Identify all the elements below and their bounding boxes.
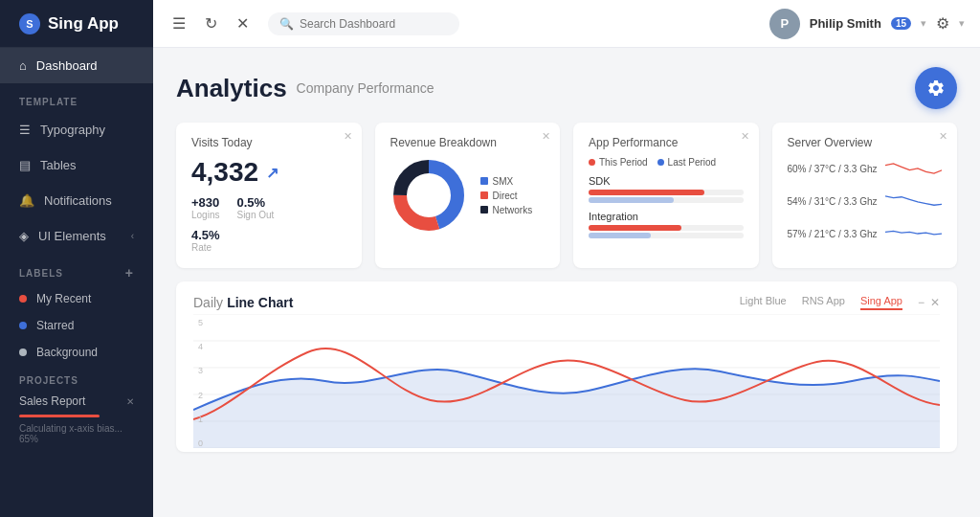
topbar-right: P Philip Smith 15 ▾ ⚙ ▾ (769, 9, 965, 39)
label-dot-my-recent (19, 295, 27, 303)
typography-icon: ☰ (19, 123, 31, 137)
tab-sing-app[interactable]: Sing App (860, 295, 902, 310)
server-line-2 (885, 190, 942, 213)
y-axis-labels: 5 4 3 2 1 0 (193, 314, 203, 452)
donut-chart (390, 157, 467, 234)
chart-header: Daily Line Chart Light Blue RNS App Sing… (193, 295, 940, 310)
label-background[interactable]: Background (0, 339, 153, 366)
legend-networks: Networks (480, 205, 533, 215)
search-input[interactable] (300, 17, 434, 31)
legend-smx: SMX (480, 176, 533, 187)
chart-tabs: Light Blue RNS App Sing App (740, 295, 902, 310)
chart-close-icon[interactable]: ✕ (930, 296, 940, 309)
y-label-0: 0 (193, 438, 203, 448)
revenue-breakdown-card: ✕ Revenue Breakdown (375, 123, 561, 268)
sidebar-item-label: Dashboard (36, 58, 98, 73)
sidebar-item-tables[interactable]: ▤ Tables (0, 147, 153, 183)
logo-icon: S (19, 13, 40, 34)
project-status-text: Calculating x-axis bias... 65% (0, 423, 153, 446)
visits-today-value: 4,332 ↗ (191, 157, 346, 188)
fab-button[interactable] (915, 67, 957, 109)
user-dropdown-chevron[interactable]: ▾ (921, 17, 926, 30)
home-icon: ⌂ (19, 58, 27, 73)
label-text: Background (36, 346, 98, 359)
donut-legend: SMX Direct Networks (480, 176, 533, 215)
search-box[interactable]: 🔍 (268, 12, 459, 35)
donut-wrap: SMX Direct Networks (390, 157, 546, 234)
project-name: Sales Report (19, 394, 85, 408)
last-period-dot (657, 159, 664, 166)
legend-dot-networks (480, 206, 488, 214)
sidebar-item-ui-elements[interactable]: ◈ UI Elements ‹ (0, 218, 153, 254)
server-overview-card: ✕ Server Overview 60% / 37°C / 3.3 Ghz 5… (772, 123, 958, 268)
server-row-2: 54% / 31°C / 3.3 Ghz (788, 190, 943, 213)
template-section-label: TEMPLATE (0, 83, 153, 112)
close-icon[interactable]: ✕ (233, 11, 253, 36)
visits-stats-row: +830 Logins 0.5% Sign Out (191, 195, 346, 220)
chart-title: Daily (193, 295, 223, 310)
ui-icon: ◈ (19, 229, 29, 243)
add-label-button[interactable]: + (125, 265, 134, 281)
settings-dropdown-chevron[interactable]: ▾ (959, 17, 965, 30)
this-period-dot (589, 159, 595, 166)
legend-dot-smx (480, 177, 488, 185)
project-progress-bar (19, 415, 100, 417)
server-line-3 (885, 222, 942, 245)
sidebar-item-typography[interactable]: ☰ Typography (0, 112, 153, 147)
visits-today-title: Visits Today (191, 136, 346, 149)
settings-icon[interactable]: ⚙ (936, 14, 949, 33)
legend-dot-direct (480, 191, 488, 199)
y-label-5: 5 (193, 318, 203, 327)
page-content: Analytics Company Performance ✕ Visits T… (153, 48, 980, 517)
project-progress-bar-wrap (0, 413, 153, 423)
y-label-3: 3 (193, 366, 203, 375)
main-content: ☰ ↻ ✕ 🔍 P Philip Smith 15 ▾ ⚙ ▾ Analytic… (153, 0, 980, 517)
line-chart-card: Daily Line Chart Light Blue RNS App Sing… (176, 281, 957, 452)
tables-icon: ▤ (19, 158, 31, 172)
logins-stat: +830 Logins (191, 195, 219, 220)
y-label-4: 4 (193, 342, 203, 351)
sdk-bar-last (589, 197, 674, 203)
labels-label: LABELS (19, 268, 63, 279)
integration-bar-last (589, 233, 651, 238)
label-my-recent[interactable]: My Recent (0, 285, 153, 312)
project-close-icon[interactable]: ✕ (126, 396, 134, 407)
sdk-bar-this (589, 190, 704, 195)
bell-icon: 🔔 (19, 193, 34, 208)
visits-today-close[interactable]: ✕ (344, 130, 352, 143)
page-title: Analytics (176, 74, 287, 103)
sidebar-item-label: Notifications (44, 193, 112, 208)
chart-area: 5 4 3 2 1 0 (193, 314, 940, 452)
perf-legend: This Period Last Period (589, 157, 744, 168)
server-line-1 (885, 157, 942, 180)
sidebar-item-notifications[interactable]: 🔔 Notifications (0, 183, 153, 218)
menu-icon[interactable]: ☰ (168, 11, 189, 36)
label-text: My Recent (36, 292, 91, 305)
chart-minimize-icon[interactable]: − (918, 296, 924, 309)
projects-section-label: PROJECTS (0, 366, 153, 390)
visits-today-card: ✕ Visits Today 4,332 ↗ +830 Logins 0.5% … (176, 123, 362, 268)
notification-badge[interactable]: 15 (891, 17, 911, 30)
sdk-perf-row: SDK (589, 175, 744, 203)
sidebar-item-dashboard[interactable]: ⌂ Dashboard (0, 48, 153, 83)
app-performance-card: ✕ App Performance This Period Last Perio… (573, 123, 759, 268)
labels-section-header: LABELS + (0, 254, 153, 285)
app-perf-close[interactable]: ✕ (741, 130, 749, 143)
project-sales-report[interactable]: Sales Report ✕ (0, 390, 153, 413)
tab-light-blue[interactable]: Light Blue (740, 295, 787, 310)
integration-bar-bg (589, 225, 744, 231)
label-starred[interactable]: Starred (0, 312, 153, 339)
revenue-close[interactable]: ✕ (542, 130, 550, 143)
tab-rns-app[interactable]: RNS App (802, 295, 845, 310)
sidebar-item-label: Tables (40, 158, 77, 172)
label-text: Starred (36, 319, 74, 332)
server-row-3: 57% / 21°C / 3.3 Ghz (788, 222, 943, 245)
integration-perf-row: Integration (589, 211, 744, 238)
integration-bar-this (589, 225, 681, 231)
page-header: Analytics Company Performance (176, 67, 957, 109)
app-perf-title: App Performance (589, 136, 744, 149)
server-close[interactable]: ✕ (939, 130, 947, 143)
refresh-icon[interactable]: ↻ (201, 11, 221, 36)
server-row-1: 60% / 37°C / 3.3 Ghz (788, 157, 943, 180)
integration-bar-bg2 (589, 233, 744, 238)
